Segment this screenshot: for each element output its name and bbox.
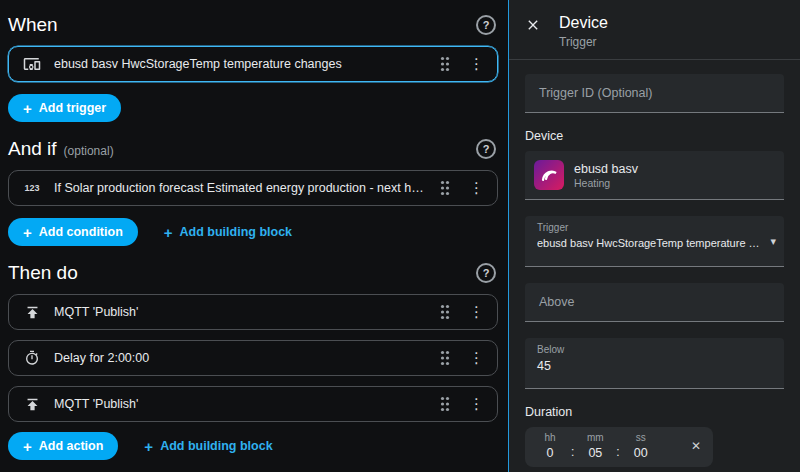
trigger-select-value: ebusd basv HwcStorageTemp temperature ch… [537,237,762,249]
add-trigger-button[interactable]: + Add trigger [8,94,121,122]
duration-minutes: mm 05 [580,432,610,460]
trigger-card[interactable]: ebusd basv HwcStorageTemp temperature ch… [8,46,498,82]
numeric-state-icon: 123 [21,183,43,193]
action-card-label: MQTT 'Publish' [54,397,430,411]
duration-hours-input[interactable]: 0 [547,446,554,460]
and-if-header: And if (optional) ? [8,138,496,160]
condition-card[interactable]: 123 If Solar production forecast Estimat… [8,170,498,206]
duration-section-label: Duration [525,405,784,419]
duration-separator: : [616,445,619,460]
optional-label: (optional) [64,144,114,158]
add-action-label: Add action [39,439,104,453]
device-section-label: Device [525,129,784,143]
above-placeholder: Above [539,295,574,309]
then-do-title: Then do [8,262,78,284]
drag-handle-icon[interactable] [430,176,460,200]
then-do-actions: + Add action + Add building block [8,432,498,460]
below-field-value: 45 [537,359,772,373]
below-field-label: Below [537,344,772,355]
trigger-select[interactable]: Trigger ebusd basv HwcStorageTemp temper… [525,216,784,267]
duration-separator: : [571,445,574,460]
when-actions: + Add trigger [8,94,498,122]
duration-minutes-input[interactable]: 05 [588,446,602,460]
panel-header: Device Trigger [509,0,800,59]
action-card-label: Delay for 2:00:00 [54,351,430,365]
drag-handle-icon[interactable] [430,300,460,324]
minutes-label: mm [587,432,604,443]
below-field[interactable]: Below 45 [525,338,784,389]
integration-icon [534,160,564,190]
action-card-label: MQTT 'Publish' [54,305,430,319]
duration-input: hh 0 : mm 05 : ss 00 ✕ [525,427,713,467]
device-texts: ebusd basv Heating [574,162,638,189]
and-if-title: And if (optional) [8,138,114,160]
then-do-header: Then do ? [8,262,496,284]
plus-icon: + [23,101,32,116]
trigger-id-placeholder: Trigger ID (Optional) [539,86,652,100]
action-card[interactable]: MQTT 'Publish' ⋮ [8,294,498,330]
when-title: When [8,14,58,36]
panel-subtitle: Trigger [559,35,608,49]
publish-icon [21,394,43,414]
drag-handle-icon[interactable] [430,392,460,416]
hours-label: hh [544,432,555,443]
add-action-button[interactable]: + Add action [8,432,118,460]
clear-duration-icon[interactable]: ✕ [685,437,703,455]
and-if-title-text: And if [8,138,57,160]
panel-titles: Device Trigger [559,14,608,49]
device-area: Heating [574,177,638,189]
seconds-label: ss [636,432,646,443]
drag-handle-icon[interactable] [430,346,460,370]
trigger-card-label: ebusd basv HwcStorageTemp temperature ch… [54,57,430,71]
help-icon[interactable]: ? [476,15,496,35]
above-field[interactable]: Above [525,283,784,322]
kebab-menu-icon[interactable]: ⋮ [460,347,493,369]
plus-icon: + [144,439,153,454]
plus-icon: + [164,225,173,240]
trigger-settings-panel: Device Trigger Trigger ID (Optional) Dev… [508,0,800,472]
action-card[interactable]: MQTT 'Publish' ⋮ [8,386,498,422]
kebab-menu-icon[interactable]: ⋮ [460,393,493,415]
kebab-menu-icon[interactable]: ⋮ [460,301,493,323]
action-card[interactable]: Delay for 2:00:00 ⋮ [8,340,498,376]
automation-editor: When ? ebusd basv HwcStorageTemp tempera… [0,0,508,472]
panel-title: Device [559,14,608,32]
add-building-block-button[interactable]: + Add building block [144,439,272,454]
plus-icon: + [23,225,32,240]
plus-icon: + [23,439,32,454]
kebab-menu-icon[interactable]: ⋮ [460,53,493,75]
when-title-text: When [8,14,58,36]
add-building-block-label: Add building block [160,439,273,453]
add-condition-label: Add condition [39,225,123,239]
and-if-actions: + Add condition + Add building block [8,218,498,246]
publish-icon [21,302,43,322]
when-header: When ? [8,14,496,36]
trigger-id-field[interactable]: Trigger ID (Optional) [525,74,784,113]
kebab-menu-icon[interactable]: ⋮ [460,177,493,199]
close-icon[interactable] [525,17,541,33]
duration-hours: hh 0 [535,432,565,460]
add-trigger-label: Add trigger [39,101,106,115]
device-picker[interactable]: ebusd basv Heating [525,151,784,200]
add-building-block-button[interactable]: + Add building block [164,225,292,240]
then-do-title-text: Then do [8,262,78,284]
panel-content: Trigger ID (Optional) Device ebusd basv … [509,60,800,467]
duration-seconds: ss 00 [626,432,656,460]
drag-handle-icon[interactable] [430,52,460,76]
duration-seconds-input[interactable]: 00 [634,446,648,460]
condition-card-label: If Solar production forecast Estimated e… [54,181,430,195]
add-building-block-label: Add building block [180,225,293,239]
caret-down-icon: ▾ [770,235,776,248]
timer-icon [21,348,43,368]
help-icon[interactable]: ? [476,139,496,159]
trigger-select-label: Trigger [537,222,762,233]
help-icon[interactable]: ? [476,263,496,283]
device-name: ebusd basv [574,162,638,176]
device-icon [21,54,43,74]
add-condition-button[interactable]: + Add condition [8,218,138,246]
